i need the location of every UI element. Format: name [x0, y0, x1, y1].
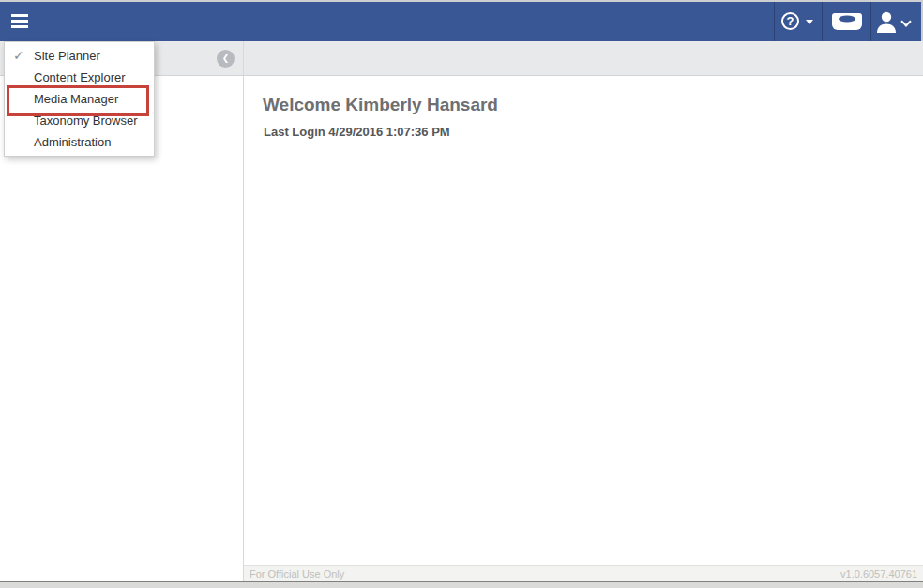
app-header: ?	[0, 0, 923, 41]
version-text: v1.0.6057.40761	[840, 566, 917, 581]
menu-item-label: Content Explorer	[34, 70, 126, 84]
hamburger-icon	[11, 14, 28, 17]
menu-item-label: Site Planner	[34, 49, 100, 63]
user-menu-button[interactable]	[874, 8, 917, 37]
menu-item-label: Taxonomy Browser	[34, 113, 138, 128]
page-title: Welcome Kimberly Hansard	[263, 95, 498, 115]
hamburger-menu-button[interactable]	[8, 10, 34, 35]
classification-text: For Official Use Only	[250, 566, 344, 581]
help-icon: ?	[781, 12, 799, 30]
last-login-text: Last Login 4/29/2016 1:07:36 PM	[264, 125, 450, 139]
menu-item-site-planner[interactable]: ✓ Site Planner	[5, 45, 154, 67]
person-icon	[874, 8, 899, 35]
window-bottom-strip	[0, 581, 923, 588]
content-footer: For Official Use Only v1.0.6057.40761	[244, 565, 923, 581]
header-divider	[822, 2, 823, 41]
inbox-icon	[831, 11, 863, 32]
header-divider	[870, 2, 871, 41]
header-divider	[774, 2, 775, 41]
sidebar-collapse-button[interactable]: ❮	[217, 50, 235, 68]
menu-item-media-manager[interactable]: Media Manager	[5, 88, 154, 110]
help-dropdown-button[interactable]: ?	[779, 10, 820, 35]
chevron-down-icon	[900, 16, 911, 26]
main-content: Welcome Kimberly Hansard Last Login 4/29…	[244, 76, 923, 581]
menu-item-administration[interactable]: Administration	[5, 131, 154, 153]
check-icon: ✓	[13, 45, 24, 67]
hamburger-icon	[11, 25, 28, 28]
menu-item-label: Administration	[34, 135, 111, 149]
inbox-button[interactable]	[831, 11, 865, 34]
menu-item-label: Media Manager	[34, 92, 118, 106]
caret-down-icon	[806, 20, 813, 24]
hamburger-icon	[11, 20, 28, 23]
menu-item-content-explorer[interactable]: Content Explorer	[5, 67, 154, 88]
menu-item-taxonomy-browser[interactable]: Taxonomy Browser	[5, 110, 154, 131]
app-menu-dropdown: ✓ Site Planner Content Explorer Media Ma…	[4, 41, 155, 157]
